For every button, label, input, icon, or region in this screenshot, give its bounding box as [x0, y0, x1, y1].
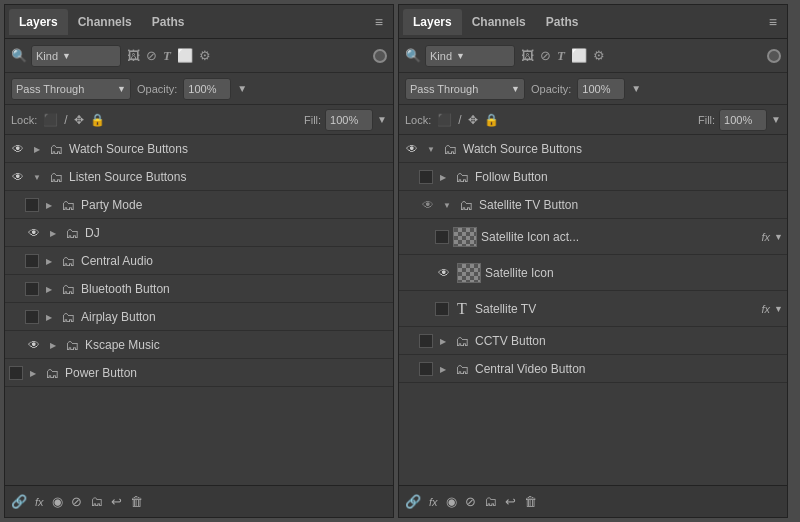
left-filter-shape-icon[interactable]: ⬜ — [177, 48, 193, 63]
right-arrow-satellite-tv-btn[interactable] — [441, 199, 453, 210]
left-filter-adjust-icon[interactable]: ⚙ — [199, 48, 211, 63]
right-layer-watch-source[interactable]: 👁 🗂 Watch Source Buttons — [399, 135, 787, 163]
checkbox-bluetooth[interactable] — [25, 282, 39, 296]
right-filter-circle-icon[interactable]: ⊘ — [540, 48, 551, 63]
right-layer-satellite-tv-btn[interactable]: 👁 🗂 Satellite TV Button — [399, 191, 787, 219]
left-circle-icon[interactable]: ◉ — [52, 494, 63, 509]
left-kind-select[interactable]: Kind ▼ — [31, 45, 121, 67]
right-trash-icon[interactable]: 🗑 — [524, 494, 537, 509]
right-group-icon[interactable]: 🗂 — [484, 494, 497, 509]
right-checkbox-central-video[interactable] — [419, 362, 433, 376]
right-arrow-follow[interactable] — [437, 171, 449, 182]
left-tab-layers[interactable]: Layers — [9, 9, 68, 35]
right-eye-watch-source[interactable]: 👁 — [403, 142, 421, 156]
layer-dj[interactable]: 👁 🗂 DJ — [5, 219, 393, 247]
right-tab-paths[interactable]: Paths — [536, 9, 589, 35]
layer-central-audio[interactable]: 🗂 Central Audio — [5, 247, 393, 275]
right-arrow-watch-source[interactable] — [425, 143, 437, 154]
arrow-kscape[interactable] — [47, 339, 59, 350]
right-kind-select[interactable]: Kind ▼ — [425, 45, 515, 67]
layer-airplay[interactable]: 🗂 Airplay Button — [5, 303, 393, 331]
arrow-watch-source[interactable] — [31, 143, 43, 154]
right-eye-satellite-tv-btn[interactable]: 👁 — [419, 198, 437, 212]
left-lock-move-icon[interactable]: ✥ — [74, 113, 84, 127]
right-layer-cctv[interactable]: 🗂 CCTV Button — [399, 327, 787, 355]
right-filter-adjust-icon[interactable]: ⚙ — [593, 48, 605, 63]
right-layer-satellite-tv-text[interactable]: T Satellite TV fx ▼ — [399, 291, 787, 327]
eye-listen-source[interactable]: 👁 — [9, 170, 27, 184]
layer-party-mode[interactable]: 🗂 Party Mode — [5, 191, 393, 219]
left-group-icon[interactable]: 🗂 — [90, 494, 103, 509]
layer-watch-source[interactable]: 👁 🗂 Watch Source Buttons — [5, 135, 393, 163]
right-expand-satellite-tv-text[interactable]: ▼ — [774, 304, 783, 314]
left-link-icon[interactable]: 🔗 — [11, 494, 27, 509]
right-tab-layers[interactable]: Layers — [403, 9, 462, 35]
right-lock-brush-icon[interactable]: / — [458, 113, 461, 127]
left-fill-value[interactable]: 100% — [325, 109, 373, 131]
left-lock-brush-icon[interactable]: / — [64, 113, 67, 127]
arrow-party-mode[interactable] — [43, 199, 55, 210]
left-filter-circle-icon[interactable]: ⊘ — [146, 48, 157, 63]
right-circle-icon[interactable]: ◉ — [446, 494, 457, 509]
layer-listen-source[interactable]: 👁 🗂 Listen Source Buttons — [5, 163, 393, 191]
left-tab-paths[interactable]: Paths — [142, 9, 195, 35]
right-filter-image-icon[interactable]: 🖼 — [521, 48, 534, 63]
right-blend-select[interactable]: Pass Through ▼ — [405, 78, 525, 100]
left-trash-icon[interactable]: 🗑 — [130, 494, 143, 509]
right-layer-satellite-icon-act[interactable]: Satellite Icon act... fx ▼ — [399, 219, 787, 255]
right-fill-value[interactable]: 100% — [719, 109, 767, 131]
left-mask-icon[interactable]: ⊘ — [71, 494, 82, 509]
left-fx-icon[interactable]: fx — [35, 496, 44, 508]
right-filter-shape-icon[interactable]: ⬜ — [571, 48, 587, 63]
right-checkbox-satellite-tv-text[interactable] — [435, 302, 449, 316]
right-arrow-central-video[interactable] — [437, 363, 449, 374]
right-checkbox-satellite-icon-act[interactable] — [435, 230, 449, 244]
checkbox-power[interactable] — [9, 366, 23, 380]
eye-watch-source[interactable]: 👁 — [9, 142, 27, 156]
arrow-power[interactable] — [27, 367, 39, 378]
right-eye-satellite-icon[interactable]: 👁 — [435, 266, 453, 280]
right-link-icon[interactable]: 🔗 — [405, 494, 421, 509]
eye-dj[interactable]: 👁 — [25, 226, 43, 240]
right-newlayer-icon[interactable]: ↩ — [505, 494, 516, 509]
right-opacity-value[interactable]: 100% — [577, 78, 625, 100]
right-tab-channels[interactable]: Channels — [462, 9, 536, 35]
left-lock-all-icon[interactable]: 🔒 — [90, 113, 105, 127]
checkbox-central-audio[interactable] — [25, 254, 39, 268]
checkbox-airplay[interactable] — [25, 310, 39, 324]
right-lock-move-icon[interactable]: ✥ — [468, 113, 478, 127]
layer-power[interactable]: 🗂 Power Button — [5, 359, 393, 387]
right-expand-satellite-icon-act[interactable]: ▼ — [774, 232, 783, 242]
left-filter-image-icon[interactable]: 🖼 — [127, 48, 140, 63]
layer-bluetooth[interactable]: 🗂 Bluetooth Button — [5, 275, 393, 303]
left-lock-pixels-icon[interactable]: ⬛ — [43, 113, 58, 127]
right-panel-menu[interactable]: ≡ — [763, 10, 783, 34]
right-layer-follow[interactable]: 🗂 Follow Button — [399, 163, 787, 191]
arrow-central-audio[interactable] — [43, 255, 55, 266]
left-filter-toggle[interactable] — [373, 49, 387, 63]
left-filter-text-icon[interactable]: T — [163, 48, 171, 64]
right-layer-central-video[interactable]: 🗂 Central Video Button — [399, 355, 787, 383]
left-newlayer-icon[interactable]: ↩ — [111, 494, 122, 509]
checkbox-party-mode[interactable] — [25, 198, 39, 212]
right-checkbox-cctv[interactable] — [419, 334, 433, 348]
eye-kscape[interactable]: 👁 — [25, 338, 43, 352]
arrow-bluetooth[interactable] — [43, 283, 55, 294]
right-filter-toggle[interactable] — [767, 49, 781, 63]
right-fx-icon[interactable]: fx — [429, 496, 438, 508]
right-lock-all-icon[interactable]: 🔒 — [484, 113, 499, 127]
right-lock-pixels-icon[interactable]: ⬛ — [437, 113, 452, 127]
right-filter-text-icon[interactable]: T — [557, 48, 565, 64]
arrow-listen-source[interactable] — [31, 171, 43, 182]
right-checkbox-follow[interactable] — [419, 170, 433, 184]
layer-kscape[interactable]: 👁 🗂 Kscape Music — [5, 331, 393, 359]
left-opacity-value[interactable]: 100% — [183, 78, 231, 100]
arrow-dj[interactable] — [47, 227, 59, 238]
left-blend-select[interactable]: Pass Through ▼ — [11, 78, 131, 100]
right-mask-icon[interactable]: ⊘ — [465, 494, 476, 509]
left-panel-menu[interactable]: ≡ — [369, 10, 389, 34]
arrow-airplay[interactable] — [43, 311, 55, 322]
right-arrow-cctv[interactable] — [437, 335, 449, 346]
right-layer-satellite-icon[interactable]: 👁 Satellite Icon — [399, 255, 787, 291]
left-tab-channels[interactable]: Channels — [68, 9, 142, 35]
